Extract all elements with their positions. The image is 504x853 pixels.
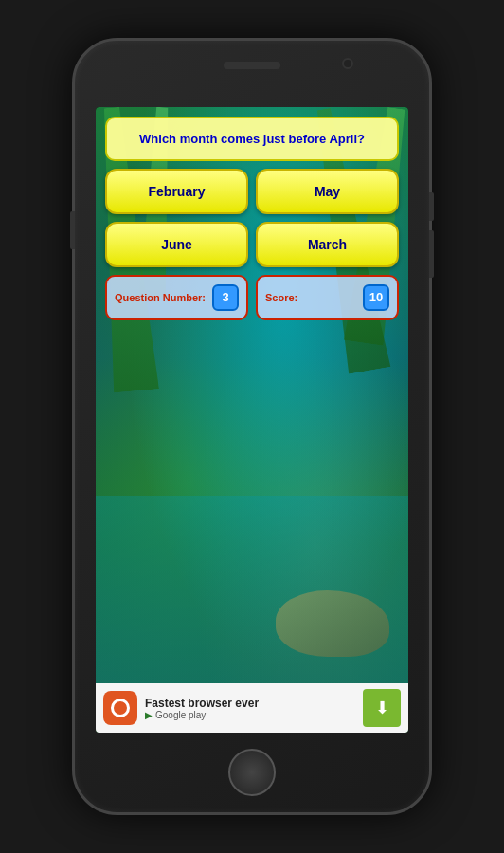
volume-button [70,211,75,249]
question-number-value-box: 3 [212,284,239,311]
score-box: Score: 10 [256,275,399,320]
score-label: Score: [265,291,297,304]
water-area [96,496,408,685]
phone-frame: Which month comes just before April? Feb… [72,38,432,815]
answers-grid: February May June March [105,169,399,267]
phone-bottom [228,733,276,812]
score-value: 10 [369,290,383,304]
question-number-label: Question Number: [115,291,206,304]
play-icon: ▶ [145,710,153,720]
question-number-box: Question Number: 3 [105,275,248,320]
ad-store-label: Google play [155,710,206,720]
answer-march[interactable]: March [256,222,399,267]
phone-top-bar [75,41,429,107]
download-icon: ⬇ [375,698,389,718]
answer-may[interactable]: May [256,169,399,214]
status-row: Question Number: 3 Score: 10 [105,275,399,320]
question-number-value: 3 [222,290,228,304]
score-value-box: 10 [363,284,389,311]
ad-title: Fastest browser ever [145,697,355,710]
ad-download-button[interactable]: ⬇ [363,689,401,727]
ad-banner[interactable]: Fastest browser ever ▶ Google play ⬇ [96,683,408,733]
answer-february[interactable]: February [105,169,248,214]
ad-subtitle: ▶ Google play [145,710,355,720]
answer-june[interactable]: June [105,222,248,267]
question-text: Which month comes just before April? [139,132,365,146]
phone-speaker [224,62,280,69]
phone-camera [342,58,353,69]
phone-screen: Which month comes just before April? Feb… [96,107,408,733]
quiz-area: Which month comes just before April? Feb… [105,117,399,320]
ad-icon [103,691,137,725]
volume-right-button [429,230,434,278]
question-box: Which month comes just before April? [105,117,399,161]
ad-text-block: Fastest browser ever ▶ Google play [145,697,355,720]
home-button[interactable] [228,749,276,796]
power-button [429,192,434,221]
uc-browser-icon [111,699,130,717]
